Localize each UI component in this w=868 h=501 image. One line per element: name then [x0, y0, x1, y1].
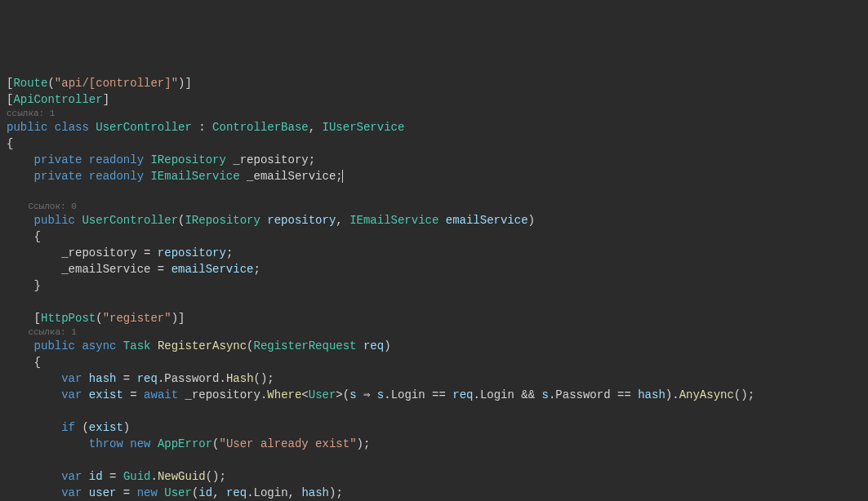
codelens-references[interactable]: Ссылок: 0 [7, 201, 868, 212]
codelens-references[interactable]: ссылка: 1 [7, 108, 868, 119]
codelens-references[interactable]: ссылка: 1 [7, 326, 868, 338]
code-line: var hash = req.Password.Hash(); [7, 370, 868, 387]
text-cursor [342, 170, 343, 183]
blank-line [7, 403, 868, 419]
code-line: _emailService = emailService; [7, 261, 868, 277]
code-line: public UserController(IRepository reposi… [7, 212, 868, 228]
blank-line [7, 184, 868, 201]
code-line: if (exist) [7, 419, 868, 436]
code-line: private readonly IRepository _repository… [7, 152, 868, 168]
code-line: var user = new User(id, req.Login, hash)… [7, 485, 868, 501]
code-line: [Route("api/[controller]")] [7, 75, 868, 91]
code-line: { [7, 135, 868, 152]
blank-line [7, 294, 868, 310]
blank-line [7, 452, 868, 468]
code-line: { [7, 228, 868, 245]
code-line: private readonly IEmailService _emailSer… [7, 168, 868, 184]
code-line: [ApiController] [7, 91, 868, 108]
code-line: var exist = await _repository.Where<User… [7, 387, 868, 403]
code-line: } [7, 277, 868, 294]
code-line: throw new AppError("User already exist")… [7, 436, 868, 452]
code-line: var id = Guid.NewGuid(); [7, 468, 868, 485]
code-editor[interactable]: [Route("api/[controller]")][ApiControlle… [7, 75, 868, 501]
code-line: [HttpPost("register")] [7, 310, 868, 326]
code-line: public class UserController : Controller… [7, 119, 868, 135]
code-line: { [7, 354, 868, 370]
code-line: _repository = repository; [7, 245, 868, 261]
code-line: public async Task RegisterAsync(Register… [7, 338, 868, 354]
